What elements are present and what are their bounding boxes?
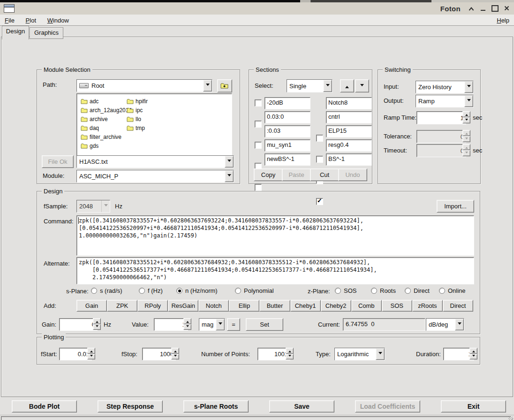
path-combo[interactable]: Root xyxy=(76,79,212,92)
add-butter-button[interactable]: Butter xyxy=(259,300,290,312)
folder-up-button[interactable] xyxy=(217,79,232,92)
load-coefficients-button[interactable]: Load Coefficients xyxy=(355,400,420,412)
section-checkbox[interactable] xyxy=(255,121,262,128)
add-cheby2-button[interactable]: Cheby2 xyxy=(321,300,351,312)
gain-field[interactable]: 0 xyxy=(59,318,98,331)
add-zpk-button[interactable]: ZPK xyxy=(107,300,137,312)
section-name-field[interactable]: 0.03:0 xyxy=(265,111,310,123)
radio-f-hz[interactable]: f (Hz) xyxy=(139,287,163,294)
module-combo[interactable]: ASC_MICH_P xyxy=(76,170,234,183)
resize-grip-icon[interactable] xyxy=(508,417,513,420)
select-combo[interactable]: Single xyxy=(287,79,333,92)
app-window-icon[interactable] xyxy=(4,4,15,13)
type-combo-arrow[interactable] xyxy=(376,348,385,360)
equals-button[interactable]: = xyxy=(227,318,240,331)
tab-graphics[interactable]: Graphics xyxy=(30,27,63,39)
menu-plot[interactable]: Plot xyxy=(25,16,37,25)
unit-combo-arrow[interactable] xyxy=(455,319,464,330)
section-name-field[interactable]: cntrl xyxy=(326,111,372,123)
section-name-field[interactable]: resg0.4 xyxy=(326,139,372,152)
radio-n-hznorm[interactable]: n (Hz/norm) xyxy=(176,287,218,294)
section-name-field[interactable]: newBS^-1 xyxy=(265,153,310,166)
folder-item[interactable]: ipc xyxy=(127,106,148,115)
add-comb-button[interactable]: Comb xyxy=(351,300,382,312)
add-notch-button[interactable]: Notch xyxy=(198,300,229,312)
shade-button[interactable] xyxy=(468,5,475,12)
import-button[interactable]: Import... xyxy=(437,200,474,213)
add-direct-button[interactable]: Direct xyxy=(443,300,473,312)
type-combo[interactable]: Logarithmic xyxy=(334,348,385,360)
path-combo-arrow[interactable] xyxy=(203,80,212,92)
folder-list[interactable]: adc arch_12aug2014 archive daq filter_ar… xyxy=(76,93,232,163)
section-name-field[interactable]: ELP15 xyxy=(326,125,372,137)
section-up-button[interactable] xyxy=(340,79,354,92)
tab-design[interactable]: Design xyxy=(2,26,29,39)
minimize-button[interactable] xyxy=(480,5,486,12)
undo-button[interactable]: Undo xyxy=(338,168,367,181)
cut-button[interactable]: Cut xyxy=(310,168,339,181)
section-checkbox[interactable] xyxy=(316,156,323,163)
command-textarea[interactable]: zpk([0.341608037833557+i*0.6028063637693… xyxy=(76,215,474,256)
radio-direct[interactable]: Direct xyxy=(405,287,430,294)
output-combo-arrow[interactable] xyxy=(464,95,473,107)
section-name-field[interactable]: :0.03 xyxy=(265,125,310,137)
radio-roots[interactable]: Roots xyxy=(371,287,396,294)
input-combo[interactable]: Zero History xyxy=(416,81,474,93)
splane-roots-button[interactable]: s-Plane Roots xyxy=(183,400,249,412)
file-combo[interactable]: H1ASC.txt xyxy=(76,155,234,168)
folder-item[interactable]: archive xyxy=(81,115,132,123)
add-gain-button[interactable]: Gain xyxy=(76,300,107,312)
folder-item[interactable]: filter_archive xyxy=(81,132,132,141)
add-cheby1-button[interactable]: Cheby1 xyxy=(290,300,321,312)
paste-button[interactable]: Paste xyxy=(282,168,311,181)
section-name-field[interactable]: mu_syn1 xyxy=(265,139,310,152)
close-button[interactable] xyxy=(504,5,509,12)
mag-combo[interactable]: mag xyxy=(199,318,225,331)
save-button[interactable]: Save xyxy=(269,400,334,412)
mag-combo-arrow[interactable] xyxy=(216,319,225,330)
add-zroots-button[interactable]: zRoots xyxy=(412,300,443,312)
file-combo-arrow[interactable] xyxy=(225,156,234,168)
module-combo-arrow[interactable] xyxy=(225,170,234,182)
section-name-field[interactable]: -20dB xyxy=(265,97,310,109)
folder-item[interactable]: gds xyxy=(81,141,132,150)
file-ok-button[interactable]: File Ok xyxy=(42,155,74,168)
folder-item[interactable]: tmp xyxy=(127,123,148,132)
npoints-spinner[interactable] xyxy=(286,348,294,359)
section-name-field[interactable]: BS^-1 xyxy=(326,153,372,166)
set-button[interactable]: Set xyxy=(246,318,283,331)
radio-online[interactable]: Online xyxy=(439,287,466,294)
radio-s-rads[interactable]: s (rad/s) xyxy=(91,287,122,294)
copy-button[interactable]: Copy xyxy=(254,168,283,181)
section-name-field[interactable]: Notch8 xyxy=(326,97,372,109)
section-checkbox[interactable] xyxy=(255,184,262,191)
add-sos-button[interactable]: SOS xyxy=(382,300,412,312)
exit-button[interactable]: Exit xyxy=(441,400,506,412)
maximize-button[interactable] xyxy=(491,5,499,12)
input-combo-arrow[interactable] xyxy=(464,81,473,93)
ramp-time-spinner[interactable] xyxy=(462,111,470,123)
menu-help[interactable]: Help xyxy=(496,16,510,25)
fstart-spinner[interactable] xyxy=(87,348,95,359)
ramp-time-field[interactable]: 1 xyxy=(416,111,466,124)
fstop-spinner[interactable] xyxy=(171,348,179,359)
folder-item[interactable]: llo xyxy=(127,115,148,123)
folder-item[interactable]: hpifir xyxy=(127,97,148,106)
radio-polynomial[interactable]: Polynomial xyxy=(235,287,274,294)
alternate-textarea[interactable]: zpk([0.3416080378335512+i*0.602806363768… xyxy=(76,257,474,284)
section-checkbox[interactable] xyxy=(316,135,323,142)
radio-sos[interactable]: SOS xyxy=(335,287,356,294)
add-rpoly-button[interactable]: RPoly xyxy=(137,300,168,312)
folder-item[interactable]: daq xyxy=(81,123,132,132)
title-bar[interactable]: Foton xyxy=(0,2,514,15)
menu-window[interactable]: Window xyxy=(46,16,70,25)
select-combo-arrow[interactable] xyxy=(323,80,332,92)
section-checkbox[interactable] xyxy=(255,142,262,149)
output-combo[interactable]: Ramp xyxy=(416,95,474,107)
step-response-button[interactable]: Step Response xyxy=(98,400,163,412)
unit-combo[interactable]: dB/deg xyxy=(426,318,464,331)
section-down-button[interactable] xyxy=(355,79,369,92)
value-spinner[interactable] xyxy=(183,318,191,330)
add-resgain-button[interactable]: ResGain xyxy=(168,300,198,312)
add-ellip-button[interactable]: Ellip xyxy=(229,300,259,312)
